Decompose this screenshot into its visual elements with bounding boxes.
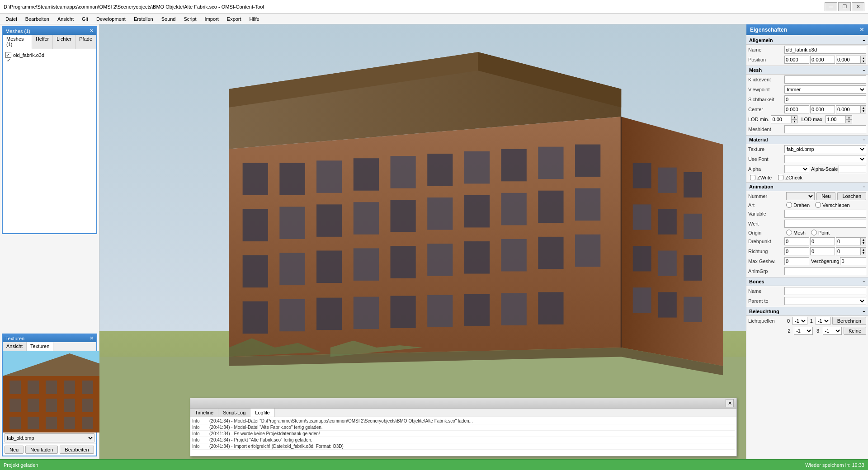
dp-y-input[interactable] xyxy=(810,237,835,245)
pos-z-input[interactable] xyxy=(836,56,861,64)
name-input[interactable] xyxy=(784,46,866,54)
texture-edit-button[interactable]: Bearbeiten xyxy=(60,446,94,454)
log-close-button[interactable]: ✕ xyxy=(726,399,734,407)
origin-mesh-radio[interactable] xyxy=(786,230,792,235)
animgrp-input[interactable] xyxy=(784,267,866,275)
sichtbarkeit-input[interactable] xyxy=(784,95,866,103)
menu-sound[interactable]: Sound xyxy=(158,15,179,23)
menu-development[interactable]: Development xyxy=(93,15,129,23)
section-allgemein-collapse[interactable]: – xyxy=(863,38,865,43)
prop-center-row: Center ▲ ▼ xyxy=(746,104,868,114)
verschieben-radio[interactable] xyxy=(815,202,821,208)
parentto-select[interactable] xyxy=(784,297,866,305)
position-arrow-btn[interactable]: ▲ ▼ xyxy=(861,56,866,64)
klickevent-input[interactable] xyxy=(784,75,866,84)
lod-max-input[interactable] xyxy=(826,115,846,123)
variable-input[interactable] xyxy=(784,210,866,218)
maximize-button[interactable]: ❐ xyxy=(838,2,851,11)
center-arrow-btn[interactable]: ▲ ▼ xyxy=(861,105,866,113)
pos-y-input[interactable] xyxy=(810,56,835,64)
drehen-radio[interactable] xyxy=(786,202,792,208)
light-select-0[interactable]: -1 xyxy=(793,317,807,325)
richtung-arrow-btn[interactable]: ▲ ▼ xyxy=(861,247,866,255)
mesh-label[interactable]: old_fabrik.o3d xyxy=(13,52,44,58)
center-z-input[interactable] xyxy=(836,105,861,113)
meshident-input[interactable] xyxy=(784,125,866,133)
lod-max-down[interactable]: ▼ xyxy=(846,119,852,123)
tab-helfer[interactable]: Helfer xyxy=(32,35,53,49)
section-bones-collapse[interactable]: – xyxy=(863,279,865,284)
tab-texturen[interactable]: Texturen xyxy=(27,342,53,351)
light-select-1[interactable]: -1 xyxy=(816,317,830,325)
bones-name-input[interactable] xyxy=(784,287,866,295)
dp-z-input[interactable] xyxy=(836,237,861,245)
log-level-3: Info xyxy=(192,431,206,436)
maxgeshw-input[interactable] xyxy=(784,257,809,265)
r-z-input[interactable] xyxy=(836,247,861,255)
minimize-button[interactable]: — xyxy=(825,2,837,11)
alphascale-input[interactable] xyxy=(839,165,866,173)
log-content[interactable]: Info (20:41:34) - Model-Datei "D:\Progra… xyxy=(190,417,736,457)
tab-logfile[interactable]: Logfile xyxy=(250,409,274,417)
r-x-input[interactable] xyxy=(784,247,809,255)
menu-script[interactable]: Script xyxy=(180,15,200,23)
svg-rect-65 xyxy=(575,235,600,267)
tab-lichter[interactable]: Lichter xyxy=(53,35,75,49)
section-material-collapse[interactable]: – xyxy=(863,137,865,142)
dp-x-input[interactable] xyxy=(784,237,809,245)
menu-git[interactable]: Git xyxy=(78,15,92,23)
tab-timeline[interactable]: Timeline xyxy=(190,409,218,417)
zwrite-checkbox[interactable] xyxy=(750,175,755,180)
usefont-select[interactable] xyxy=(784,155,866,163)
menu-export[interactable]: Export xyxy=(223,15,245,23)
texture-select[interactable]: fab_old.bmp xyxy=(784,145,866,153)
tab-meshes[interactable]: Meshes (1) xyxy=(3,35,32,49)
lod-min-down[interactable]: ▼ xyxy=(791,119,797,123)
menu-ansicht[interactable]: Ansicht xyxy=(54,15,77,23)
section-beleuchtung-collapse[interactable]: – xyxy=(863,309,865,314)
viewpoint-select[interactable]: Immer xyxy=(784,85,866,94)
berechnen-button[interactable]: Berechnen xyxy=(832,317,866,325)
tab-ansicht[interactable]: Ansicht xyxy=(3,342,27,351)
anim-neu-button[interactable]: Neu xyxy=(816,192,835,200)
verzoegerung-input[interactable] xyxy=(840,257,866,265)
alpha-select[interactable] xyxy=(784,165,809,173)
texture-new-button[interactable]: Neu xyxy=(5,446,24,454)
viewport[interactable]: ✕ Timeline Script-Log Logfile Info (20:4… xyxy=(99,24,746,470)
lod-max-up[interactable]: ▲ xyxy=(846,115,852,119)
nummer-select[interactable] xyxy=(786,192,815,200)
close-button[interactable]: ✕ xyxy=(852,2,864,11)
light-select-2[interactable]: -1 xyxy=(794,327,813,335)
menu-import[interactable]: Import xyxy=(201,15,222,23)
center-x-input[interactable] xyxy=(784,105,809,113)
center-y-input[interactable] xyxy=(810,105,835,113)
section-material: Material – xyxy=(746,135,868,144)
menu-bearbeiten[interactable]: Bearbeiten xyxy=(22,15,53,23)
texture-reload-button[interactable]: Neu laden xyxy=(25,446,58,454)
section-animation-collapse[interactable]: – xyxy=(863,184,865,189)
wert-input[interactable] xyxy=(784,220,866,228)
anim-loeschen-button[interactable]: Löschen xyxy=(837,192,866,200)
zcheck-checkbox[interactable] xyxy=(778,175,783,180)
menu-erstellen[interactable]: Erstellen xyxy=(130,15,157,23)
menu-datei[interactable]: Datei xyxy=(2,15,21,23)
section-mesh-collapse[interactable]: – xyxy=(863,68,865,73)
lod-min-up[interactable]: ▲ xyxy=(791,115,797,119)
status-left: Projekt geladen xyxy=(4,462,38,468)
texture-close-button[interactable]: ✕ xyxy=(90,335,94,341)
drehpunkt-arrow-btn[interactable]: ▲ ▼ xyxy=(861,237,866,245)
mesh-checkbox[interactable]: ✓ xyxy=(5,52,11,58)
pos-x-input[interactable] xyxy=(784,56,809,64)
eigenschaften-close-button[interactable]: ✕ xyxy=(859,26,864,33)
light-select-3[interactable]: -1 xyxy=(823,327,842,335)
lod-min-input[interactable] xyxy=(771,115,791,123)
r-y-input[interactable] xyxy=(810,247,835,255)
texture-name-select[interactable]: fab_old.bmp xyxy=(5,433,94,442)
origin-point-radio[interactable] xyxy=(811,230,817,235)
keine-button[interactable]: Keine xyxy=(844,327,866,335)
tab-pfade[interactable]: Pfade xyxy=(75,35,96,49)
log-tabs: Timeline Script-Log Logfile xyxy=(190,409,736,417)
menu-hilfe[interactable]: Hilfe xyxy=(246,15,263,23)
meshes-close-button[interactable]: ✕ xyxy=(90,28,94,34)
tab-script-log[interactable]: Script-Log xyxy=(218,409,250,417)
